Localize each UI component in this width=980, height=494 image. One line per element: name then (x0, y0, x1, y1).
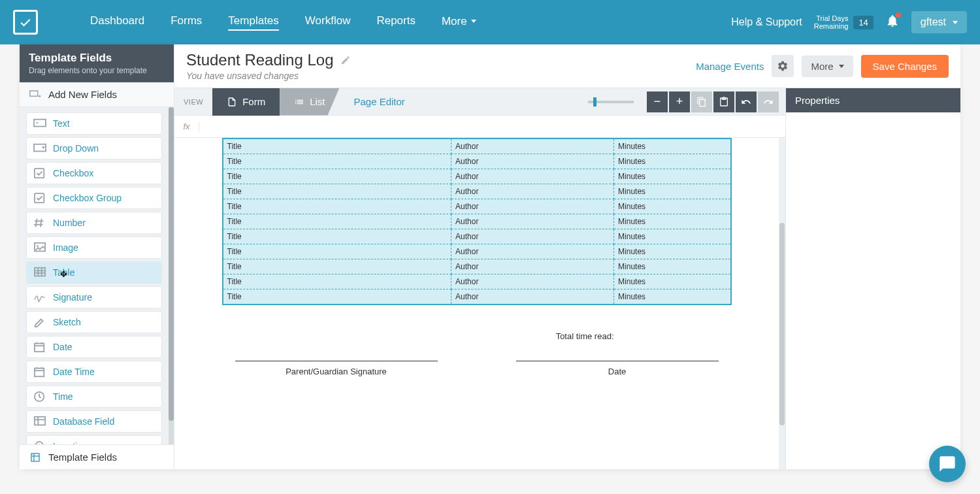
redo-button[interactable] (758, 91, 779, 112)
tab-form[interactable]: Form (212, 88, 280, 116)
nav-more[interactable]: More (442, 14, 476, 31)
copy-button[interactable] (691, 91, 712, 112)
field-type-sketch[interactable]: Sketch (26, 311, 162, 333)
field-type-text[interactable]: Text (26, 112, 162, 135)
notification-bell-icon[interactable] (885, 14, 900, 31)
pencil-icon[interactable] (340, 51, 351, 69)
nav-dashboard[interactable]: Dashboard (90, 14, 144, 31)
table-row[interactable]: TitleAuthorMinutes (223, 199, 731, 214)
table-cell[interactable]: Author (451, 139, 614, 154)
field-type-checkbox-group[interactable]: Checkbox Group (26, 187, 162, 209)
top-nav: DashboardFormsTemplatesWorkflowReportsMo… (90, 14, 476, 31)
table-cell[interactable]: Author (451, 214, 614, 229)
table-cell[interactable]: Minutes (614, 259, 731, 274)
table-cell[interactable]: Author (451, 244, 614, 259)
app-logo[interactable] (13, 10, 38, 35)
canvas[interactable]: TitleAuthorMinutesTitleAuthorMinutesTitl… (174, 138, 779, 469)
table-row[interactable]: TitleAuthorMinutes (223, 289, 731, 305)
zoom-out-button[interactable]: − (647, 91, 668, 112)
nav-workflow[interactable]: Workflow (305, 14, 351, 31)
table-row[interactable]: TitleAuthorMinutes (223, 274, 731, 289)
nav-templates[interactable]: Templates (228, 14, 278, 31)
table-row[interactable]: TitleAuthorMinutes (223, 139, 731, 154)
table-cell[interactable]: Minutes (614, 274, 731, 289)
field-type-number[interactable]: Number (26, 212, 162, 234)
table-cell[interactable]: Author (451, 154, 614, 169)
table-cell[interactable]: Minutes (614, 229, 731, 244)
table-cell[interactable]: Minutes (614, 199, 731, 214)
table-cell[interactable]: Title (223, 199, 451, 214)
reading-log-table[interactable]: TitleAuthorMinutesTitleAuthorMinutesTitl… (222, 138, 732, 305)
field-type-time[interactable]: Time (26, 386, 162, 408)
table-cell[interactable]: Author (451, 289, 614, 305)
table-cell[interactable]: Title (223, 184, 451, 199)
table-cell[interactable]: Author (451, 229, 614, 244)
table-cell[interactable]: Title (223, 229, 451, 244)
field-type-checkbox[interactable]: Checkbox (26, 162, 162, 184)
table-cell[interactable]: Title (223, 139, 451, 154)
sidebar-scrollbar[interactable] (169, 107, 174, 444)
svg-rect-3 (34, 120, 46, 127)
table-cell[interactable]: Title (223, 214, 451, 229)
save-button[interactable]: Save Changes (861, 55, 949, 78)
field-type-location[interactable]: Location (26, 435, 162, 444)
table-row[interactable]: TitleAuthorMinutes (223, 259, 731, 274)
table-cell[interactable]: Minutes (614, 244, 731, 259)
table-cell[interactable]: Title (223, 289, 451, 305)
undo-button[interactable] (736, 91, 757, 112)
field-type-date[interactable]: Date (26, 336, 162, 358)
trial-days-badge: 14 (853, 16, 873, 29)
user-menu[interactable]: gftest (911, 11, 967, 33)
field-type-image[interactable]: Image (26, 237, 162, 259)
zoom-in-button[interactable]: + (669, 91, 690, 112)
svg-rect-14 (35, 268, 45, 276)
table-cell[interactable]: Title (223, 169, 451, 184)
undo-icon (741, 97, 751, 107)
chat-fab[interactable] (929, 446, 966, 482)
field-type-drop-down[interactable]: Drop Down (26, 137, 162, 159)
tab-page-editor[interactable]: Page Editor (339, 88, 419, 116)
table-row[interactable]: TitleAuthorMinutes (223, 229, 731, 244)
table-cell[interactable]: Title (223, 259, 451, 274)
date-label: Date (516, 361, 719, 376)
field-type-date-time[interactable]: Date Time (26, 361, 162, 383)
table-cell[interactable]: Title (223, 244, 451, 259)
paste-button[interactable] (713, 91, 734, 112)
table-cell[interactable]: Author (451, 184, 614, 199)
table-cell[interactable]: Minutes (614, 154, 731, 169)
canvas-scrollbar[interactable] (779, 138, 785, 469)
manage-events-link[interactable]: Manage Events (696, 61, 764, 72)
table-cell[interactable]: Author (451, 274, 614, 289)
nav-reports[interactable]: Reports (376, 14, 416, 31)
table-cell[interactable]: Minutes (614, 169, 731, 184)
table-cell[interactable]: Author (451, 199, 614, 214)
table-cell[interactable]: Minutes (614, 139, 731, 154)
zoom-slider[interactable] (588, 101, 639, 103)
table-cell[interactable]: Minutes (614, 289, 731, 305)
table-row[interactable]: TitleAuthorMinutes (223, 154, 731, 169)
add-new-fields[interactable]: Add New Fields (20, 82, 174, 107)
help-link[interactable]: Help & Support (731, 16, 802, 28)
checkbox-group-icon (33, 193, 46, 203)
more-menu[interactable]: More (802, 56, 853, 77)
table-cell[interactable]: Minutes (614, 214, 731, 229)
table-cell[interactable]: Title (223, 274, 451, 289)
field-type-database-field[interactable]: Database Field (26, 410, 162, 433)
formula-input[interactable] (199, 122, 785, 131)
field-type-table[interactable]: Table (26, 261, 162, 284)
view-label: VIEW (174, 98, 212, 106)
table-row[interactable]: TitleAuthorMinutes (223, 169, 731, 184)
settings-button[interactable] (772, 55, 794, 77)
nav-forms[interactable]: Forms (171, 14, 202, 31)
table-cell[interactable]: Title (223, 154, 451, 169)
sidebar-footer-tab[interactable]: Template Fields (20, 444, 174, 469)
tab-list[interactable]: List (280, 88, 339, 116)
table-row[interactable]: TitleAuthorMinutes (223, 244, 731, 259)
table-row[interactable]: TitleAuthorMinutes (223, 184, 731, 199)
field-type-signature[interactable]: Signature (26, 286, 162, 308)
table-cell[interactable]: Minutes (614, 184, 731, 199)
table-cell[interactable]: Author (451, 169, 614, 184)
table-cell[interactable]: Author (451, 259, 614, 274)
template-fields-icon (29, 452, 42, 463)
table-row[interactable]: TitleAuthorMinutes (223, 214, 731, 229)
